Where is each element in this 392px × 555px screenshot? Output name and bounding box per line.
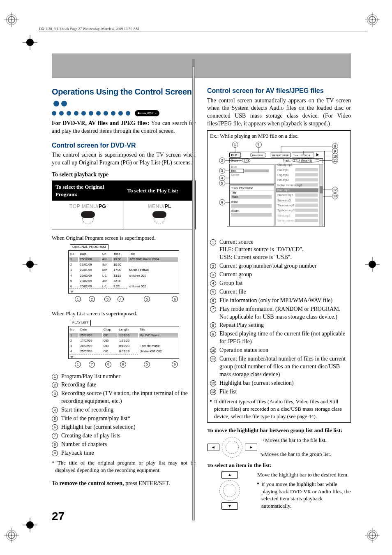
svg-text:Winter sky.mp3: Winter sky.mp3 bbox=[277, 219, 297, 222]
select-item-subhead: To select an item in the list: bbox=[207, 462, 351, 469]
disc-dot-icon bbox=[96, 111, 101, 116]
table-header: Chap bbox=[103, 327, 118, 332]
disc-compat-row: Remote ONLY » bbox=[52, 110, 196, 116]
th-playlist: To select the Play List: bbox=[124, 181, 196, 201]
menu-pl-label: MENU/PL bbox=[127, 203, 192, 210]
callout-4: 4 bbox=[118, 296, 124, 302]
table-header: Date bbox=[79, 327, 102, 332]
enum-item: 8Repeat Play setting bbox=[210, 321, 348, 329]
svg-text:2: 2 bbox=[221, 158, 223, 162]
svg-rect-78 bbox=[295, 199, 318, 202]
callout-5: 5 bbox=[144, 296, 150, 302]
enum-item: 10Operation status icon bbox=[210, 347, 348, 354]
disc-dot-icon bbox=[52, 111, 56, 116]
table-row: 217/01/098ch10:30 bbox=[69, 263, 178, 267]
section-title-operations: Operations Using the Control Screen bbox=[52, 86, 196, 109]
disc-dot-icon bbox=[67, 111, 71, 116]
enum-item: 11Current file number/total number of fi… bbox=[210, 355, 348, 379]
svg-text:Indian summer.mp3: Indian summer.mp3 bbox=[277, 183, 302, 187]
svg-rect-52 bbox=[244, 169, 269, 172]
disc-dot-icon bbox=[118, 111, 123, 116]
remote-only-label: Remote ONLY bbox=[138, 111, 153, 115]
press-arc-icon bbox=[154, 218, 165, 224]
btn1-pre: TOP MENU/ bbox=[69, 204, 99, 209]
callout-6: 6 bbox=[172, 361, 178, 368]
svg-text:Hail.mp3: Hail.mp3 bbox=[277, 178, 288, 182]
svg-text:12: 12 bbox=[333, 187, 337, 192]
cell-topmenu-pg: TOP MENU/PG bbox=[52, 201, 124, 229]
cursor-up-button-icon: ▲ bbox=[221, 471, 238, 479]
enum-item: 1Program/Play list number bbox=[52, 373, 196, 381]
enum-item: 8Number of chapters bbox=[52, 441, 196, 449]
sel-auto-text: If you move the highlight bar while play… bbox=[261, 481, 351, 509]
cursor-right-button-icon: ► bbox=[245, 444, 257, 451]
filetype-bullet: If different types of files (Audio files… bbox=[210, 398, 348, 420]
table-row: 125/12/084ch19:00JVC DVD World 2004 bbox=[69, 257, 178, 262]
tab-playlist: PLAY LIST bbox=[70, 320, 91, 326]
caption-playlist: When Play List screen is superimposed. bbox=[52, 310, 196, 317]
more-down-icon bbox=[70, 291, 74, 293]
disc-dot-icon bbox=[74, 111, 78, 116]
svg-text:11: 11 bbox=[333, 158, 337, 162]
svg-rect-88 bbox=[320, 164, 323, 226]
table-row: 322/01/098ch17:00Music Festival bbox=[69, 268, 178, 273]
svg-text:Snow.mp3: Snow.mp3 bbox=[277, 199, 291, 202]
svg-rect-70 bbox=[295, 178, 318, 181]
svg-rect-82 bbox=[295, 208, 318, 212]
file-browser-figure: FILE RANDOM REPEAT STEP Time : 00:00:14 … bbox=[210, 141, 348, 235]
pl-callouts: 1 7 8 9 5 6 bbox=[68, 361, 179, 370]
svg-text:Rain.mp3: Rain.mp3 bbox=[277, 189, 290, 192]
enum-item: 12Highlight bar (current selection) bbox=[210, 379, 348, 387]
svg-text:8: 8 bbox=[334, 144, 336, 148]
svg-text:Fog.mp3: Fog.mp3 bbox=[277, 173, 288, 177]
svg-rect-80 bbox=[295, 204, 318, 207]
playback-select-table: To select the Original Program: To selec… bbox=[52, 180, 196, 229]
svg-rect-63 bbox=[231, 213, 272, 217]
callout-1: 1 bbox=[75, 296, 81, 302]
svg-text:Title: Title bbox=[231, 191, 236, 194]
orig-table: NoDateChTimeTitle 125/12/084ch19:00JVC D… bbox=[69, 251, 179, 290]
remote-button-icon bbox=[81, 211, 95, 218]
footnote: * The title of the original program or p… bbox=[52, 459, 196, 474]
reg-mark-icon bbox=[23, 257, 37, 272]
svg-text:3: 3 bbox=[221, 169, 223, 173]
svg-text:5: 5 bbox=[221, 181, 223, 185]
svg-text:Rain: Rain bbox=[232, 195, 238, 198]
cursor-ring-icon bbox=[222, 437, 242, 458]
av-enum-list: 1Current sourceFILE: Current source is "… bbox=[210, 238, 348, 396]
intro-lead: For DVD-VR, AV files and JPEG files: bbox=[52, 120, 149, 126]
table-row: 217/02/090051:35:25 bbox=[69, 338, 178, 343]
reg-mark-icon bbox=[23, 35, 37, 50]
enum-item: 3Recording source (TV station, the input… bbox=[52, 390, 196, 405]
callout-9: 9 bbox=[120, 361, 126, 368]
lr-nav-figure: ◄ ► → Moves the bar to the file list. ↘ … bbox=[207, 437, 351, 458]
svg-text:Group :: Group : bbox=[231, 159, 240, 162]
ex-label: Ex.: While playing an MP3 file on a disc… bbox=[210, 132, 348, 140]
enum-item: 5Current file bbox=[210, 288, 348, 296]
callout-2: 2 bbox=[89, 296, 95, 302]
tab-original-program: ORIGINAL PROGRAM bbox=[70, 244, 108, 250]
table-header: Ch bbox=[101, 252, 112, 257]
dvdvr-desc: The control screen is superimposed on th… bbox=[52, 151, 196, 167]
callout-8: 8 bbox=[105, 361, 111, 368]
reg-mark-icon bbox=[365, 257, 380, 272]
cell-menu-pl: MENU/PL bbox=[124, 201, 196, 229]
svg-text:Blue: Blue bbox=[231, 165, 237, 168]
enum-item: 6File information (only for MP3/WMA/WAV … bbox=[210, 297, 348, 305]
callout-5: 5 bbox=[144, 361, 150, 368]
reg-mark-icon bbox=[365, 12, 380, 27]
remove-rest: press ENTER/SET. bbox=[124, 480, 170, 486]
av-desc: The control screen automatically appears… bbox=[207, 97, 351, 128]
svg-text:Green: Green bbox=[231, 173, 239, 176]
table-row: 426/02/09L-113:19children 001 bbox=[69, 273, 178, 278]
svg-text:Wind.mp3: Wind.mp3 bbox=[277, 214, 290, 217]
section-title-text: Operations Using the Control Screen bbox=[52, 87, 192, 96]
svg-text:RANDOM: RANDOM bbox=[252, 154, 263, 156]
callout-3: 3 bbox=[104, 296, 111, 302]
enum-item: 1Current sourceFILE: Current source is "… bbox=[210, 238, 348, 262]
disc-dot-icon bbox=[61, 101, 67, 106]
enum-item: 9Elapsed playing time of the current fil… bbox=[210, 330, 348, 346]
press-arc-icon bbox=[82, 218, 94, 224]
svg-rect-84 bbox=[295, 214, 318, 217]
cursor-down-button-icon: ▼ bbox=[221, 502, 238, 510]
